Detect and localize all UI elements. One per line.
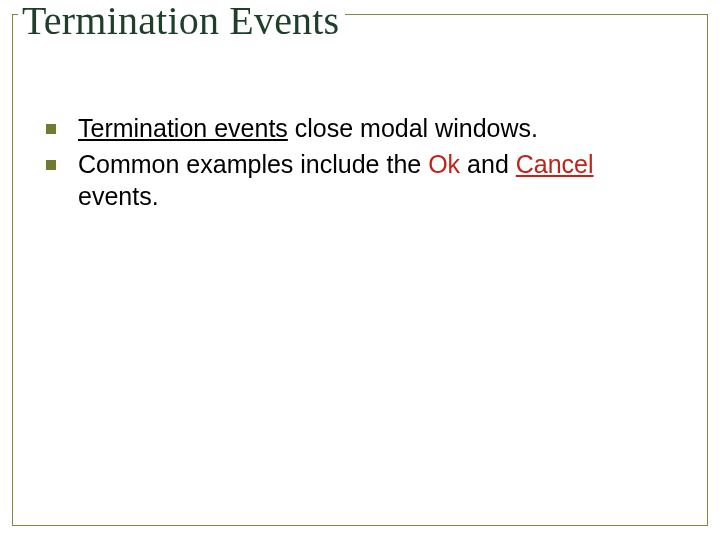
square-bullet-icon (46, 160, 56, 170)
title-wrap: Termination Events (18, 0, 345, 42)
cancel-term: Cancel (516, 150, 594, 178)
slide-content: Termination events close modal windows. … (46, 112, 666, 216)
bullet-row: Common examples include the Ok and Cance… (46, 148, 666, 212)
ok-term: Ok (428, 150, 460, 178)
square-bullet-icon (46, 124, 56, 134)
bullet-text: Termination events close modal windows. (78, 112, 538, 144)
underlined-term: Termination events (78, 114, 288, 142)
text-segment: events. (78, 182, 159, 210)
bullet-row: Termination events close modal windows. (46, 112, 666, 144)
text-segment: Common examples include the (78, 150, 428, 178)
slide-title: Termination Events (22, 0, 339, 42)
slide-frame (12, 14, 708, 526)
text-segment: close modal windows. (288, 114, 538, 142)
bullet-text: Common examples include the Ok and Cance… (78, 148, 666, 212)
text-segment: and (460, 150, 516, 178)
